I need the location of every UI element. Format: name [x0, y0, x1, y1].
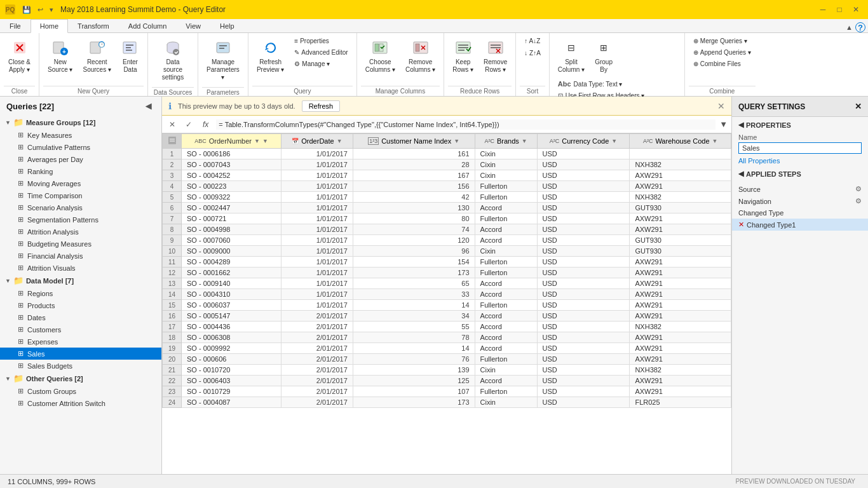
- cell-currency: USD: [537, 268, 630, 278]
- sidebar-item-expenses[interactable]: ⊞Expenses: [0, 336, 161, 348]
- tab-view[interactable]: View: [176, 18, 210, 32]
- sidebar-item-key-measures[interactable]: ⊞Key Measures: [0, 129, 161, 141]
- step-source[interactable]: Source ⚙: [732, 183, 868, 195]
- append-queries-btn[interactable]: ⊕Append Queries ▾: [689, 47, 756, 58]
- query-settings-header: QUERY SETTINGS ✕: [732, 97, 868, 117]
- formula-input[interactable]: [216, 119, 715, 130]
- maximize-btn[interactable]: □: [832, 3, 846, 17]
- sidebar-item-sales-budgets[interactable]: ⊞Sales Budgets: [0, 360, 161, 372]
- col-header-currency[interactable]: A²C Currency Code ▼: [537, 134, 630, 149]
- col-filter-icon[interactable]: ▼: [337, 138, 342, 144]
- info-refresh-btn[interactable]: Refresh: [302, 100, 341, 112]
- name-input[interactable]: [738, 142, 862, 154]
- ribbon-collapse-btn[interactable]: ▲: [846, 24, 853, 31]
- cell-brand: Fullerton: [475, 257, 537, 268]
- recent-sources-btn[interactable]: 🕐 RecentSources ▾: [78, 36, 115, 77]
- properties-btn[interactable]: ≡Properties: [290, 36, 352, 46]
- step-navigation[interactable]: Navigation ⚙: [732, 195, 868, 207]
- data-table-container[interactable]: ABC OrderNumber ▼ ▼ 📅 OrderDate ▼: [162, 133, 731, 474]
- col-filter-icon[interactable]: ▼: [262, 138, 268, 144]
- group-by-btn[interactable]: ⊞ GroupBy: [590, 36, 617, 77]
- sidebar-item-customers[interactable]: ⊞Customers: [0, 323, 161, 336]
- step-changed-type1-delete-icon[interactable]: ✕: [738, 220, 744, 229]
- sidebar-item-budgeting[interactable]: ⊞Budgeting Measures: [0, 238, 161, 250]
- close-apply-btn[interactable]: Close &Apply ▾: [4, 36, 35, 77]
- sidebar-item-products[interactable]: ⊞Products: [0, 299, 161, 311]
- remove-columns-btn[interactable]: RemoveColumns ▾: [401, 36, 440, 77]
- choose-columns-btn[interactable]: ChooseColumns ▾: [361, 36, 400, 77]
- refresh-preview-btn[interactable]: RefreshPreview ▾: [252, 36, 288, 77]
- sidebar-item-cumulative[interactable]: ⊞Cumulative Patterns: [0, 141, 161, 153]
- sidebar-item-customer-attrition[interactable]: ⊞Customer Attrition Switch: [0, 397, 161, 409]
- formula-cancel-btn[interactable]: ✕: [166, 118, 179, 131]
- info-close-btn[interactable]: ✕: [717, 101, 725, 111]
- col-header-warehouse[interactable]: A²C Warehouse Code ▼: [630, 134, 731, 149]
- sort-asc-btn[interactable]: ↑ A↓Z: [520, 36, 545, 46]
- step-changed-type[interactable]: Changed Type: [732, 207, 868, 219]
- step-navigation-gear[interactable]: ⚙: [855, 197, 862, 205]
- formula-accept-btn[interactable]: ✓: [182, 118, 195, 131]
- manage-parameters-btn[interactable]: ManageParameters ▾: [202, 36, 244, 85]
- cell-order-num: SO - 0005147: [182, 311, 281, 322]
- folder-icon: 📁: [13, 374, 24, 383]
- sidebar-item-regions[interactable]: ⊞Regions: [0, 287, 161, 299]
- sidebar-group-measure-groups[interactable]: ▼ 📁 Measure Groups [12]: [0, 116, 161, 129]
- data-type-btn[interactable]: Abc Data Type: Text ▾: [553, 78, 649, 90]
- sidebar-item-custom-groups[interactable]: ⊞Custom Groups: [0, 385, 161, 397]
- col-header-order-date[interactable]: 📅 OrderDate ▼: [281, 134, 353, 149]
- help-icon[interactable]: ?: [855, 22, 865, 32]
- split-column-btn[interactable]: ⊟ SplitColumn ▾: [553, 36, 589, 77]
- combine-files-btn[interactable]: ⊕Combine Files: [689, 58, 756, 69]
- merge-queries-btn[interactable]: ⊕Merge Queries ▾: [689, 36, 756, 46]
- step-changed-type1[interactable]: ✕ Changed Type1: [732, 219, 868, 231]
- sidebar-item-ranking[interactable]: ⊞Ranking: [0, 165, 161, 177]
- all-properties-link[interactable]: All Properties: [732, 156, 868, 166]
- sidebar-item-scenario[interactable]: ⊞Scenario Analysis: [0, 201, 161, 214]
- sidebar-item-attrition-visuals[interactable]: ⊞Attrition Visuals: [0, 262, 161, 274]
- col-filter-icon[interactable]: ▼: [522, 138, 527, 144]
- tab-file[interactable]: File: [0, 18, 31, 32]
- col-filter-icon[interactable]: ▼: [712, 138, 718, 144]
- col-header-brands[interactable]: A²C Brands ▼: [475, 134, 537, 149]
- minimize-btn[interactable]: ─: [816, 3, 830, 17]
- step-source-gear[interactable]: ⚙: [855, 185, 862, 193]
- quick-access-more-btn[interactable]: ▾: [48, 4, 55, 15]
- tab-help[interactable]: Help: [210, 18, 244, 32]
- cell-order-num: SO - 0009992: [182, 343, 281, 354]
- col-header-customer-name-index[interactable]: 1²3 Customer Name Index ▼: [353, 134, 475, 149]
- formula-expand-btn[interactable]: ▼: [719, 119, 728, 129]
- keep-rows-btn[interactable]: KeepRows ▾: [448, 36, 478, 77]
- sidebar-collapse-btn[interactable]: ◀: [142, 100, 155, 112]
- cell-date: 1/01/2017: [281, 159, 353, 170]
- sidebar-item-attrition[interactable]: ⊞Attrition Analysis: [0, 226, 161, 238]
- sidebar-group-data-model[interactable]: ▼ 📁 Data Model [7]: [0, 274, 161, 287]
- data-source-settings-btn[interactable]: Data sourcesettings: [152, 36, 194, 85]
- sidebar-item-averages[interactable]: ⊞Averages per Day: [0, 153, 161, 165]
- enter-data-btn[interactable]: EnterData: [117, 36, 144, 77]
- tab-transform[interactable]: Transform: [68, 18, 119, 32]
- sidebar-group-other-queries[interactable]: ▼ 📁 Other Queries [2]: [0, 372, 161, 385]
- preview-note: PREVIEW DOWNLOADED ON TUESDAY: [735, 478, 860, 485]
- sidebar-item-sales[interactable]: ⊞Sales: [0, 348, 161, 360]
- advanced-editor-btn[interactable]: ✎Advanced Editor: [290, 47, 352, 58]
- cell-date: 1/01/2017: [281, 192, 353, 203]
- col-filter-icon[interactable]: ▼: [454, 138, 459, 144]
- sidebar-item-financial[interactable]: ⊞Financial Analysis: [0, 250, 161, 262]
- col-filter-icon[interactable]: ▼: [611, 138, 617, 144]
- close-window-btn[interactable]: ✕: [849, 3, 863, 17]
- undo-quick-btn[interactable]: ↩: [36, 4, 45, 15]
- sort-desc-btn[interactable]: ↓ Z↑A: [520, 48, 545, 58]
- properties-section-label: PROPERTIES: [746, 121, 791, 129]
- remove-rows-btn[interactable]: RemoveRows ▾: [479, 36, 512, 77]
- sidebar-item-time-comparison[interactable]: ⊞Time Comparison: [0, 189, 161, 201]
- tab-add-column[interactable]: Add Column: [119, 18, 177, 32]
- sidebar-item-segmentation[interactable]: ⊞Segmentation Patterns: [0, 214, 161, 226]
- query-settings-close-btn[interactable]: ✕: [855, 102, 862, 111]
- col-header-order-number[interactable]: ABC OrderNumber ▼ ▼: [182, 134, 281, 149]
- manage-btn[interactable]: ⚙Manage ▾: [290, 58, 352, 69]
- new-source-btn[interactable]: + NewSource ▾: [43, 36, 77, 77]
- sidebar-item-moving-averages[interactable]: ⊞Moving Averages: [0, 177, 161, 189]
- tab-home[interactable]: Home: [31, 19, 68, 33]
- save-quick-btn[interactable]: 💾: [20, 4, 33, 15]
- sidebar-item-dates[interactable]: ⊞Dates: [0, 311, 161, 323]
